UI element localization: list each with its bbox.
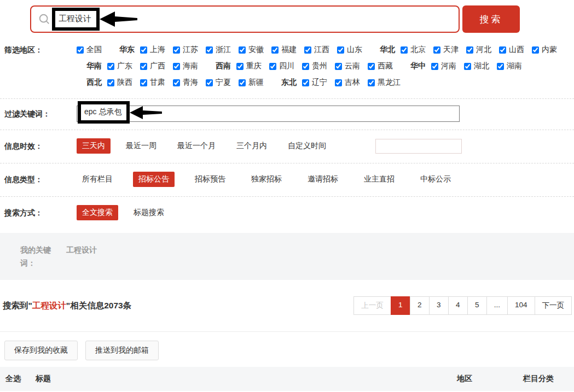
region-checkbox-input[interactable] bbox=[368, 79, 375, 86]
type-filter-option[interactable]: 独家招标 bbox=[246, 172, 287, 187]
region-checkbox[interactable]: 新疆 bbox=[239, 78, 264, 87]
region-checkbox-label: 山东 bbox=[347, 45, 362, 55]
region-checkbox[interactable]: 天津 bbox=[433, 45, 459, 55]
search-icon bbox=[38, 13, 50, 25]
region-checkbox-input[interactable] bbox=[497, 63, 504, 70]
method-filter-option[interactable]: 标题搜索 bbox=[128, 205, 170, 220]
region-checkbox-input[interactable] bbox=[337, 46, 344, 54]
region-checkbox-input[interactable] bbox=[173, 46, 180, 54]
region-checkbox-input[interactable] bbox=[206, 46, 213, 54]
region-checkbox[interactable]: 上海 bbox=[140, 45, 165, 55]
region-checkbox-input[interactable] bbox=[236, 63, 243, 70]
time-filter-option[interactable]: 最近一个月 bbox=[172, 138, 221, 154]
my-keyword-item[interactable]: 工程设计 bbox=[66, 243, 97, 280]
region-checkbox[interactable]: 云南 bbox=[335, 61, 360, 71]
region-checkbox[interactable]: 宁夏 bbox=[206, 78, 231, 87]
region-checkbox-input[interactable] bbox=[140, 79, 147, 86]
region-checkbox[interactable]: 湖北 bbox=[464, 61, 489, 71]
region-checkbox[interactable]: 全国 bbox=[77, 45, 102, 55]
pagination-item[interactable]: 1 bbox=[391, 296, 410, 315]
region-checkbox-input[interactable] bbox=[335, 63, 342, 70]
pagination-item[interactable]: 4 bbox=[448, 296, 468, 315]
region-checkbox-input[interactable] bbox=[466, 46, 473, 54]
region-checkbox[interactable]: 西藏 bbox=[368, 61, 393, 71]
type-filter-option[interactable]: 招标预告 bbox=[189, 172, 231, 187]
save-to-favorites-button[interactable]: 保存到我的收藏 bbox=[4, 341, 78, 360]
region-checkbox[interactable]: 江西 bbox=[304, 45, 329, 55]
region-checkbox-input[interactable] bbox=[173, 63, 180, 70]
region-checkbox[interactable]: 广东 bbox=[107, 61, 132, 71]
time-filter-option[interactable]: 三个月内 bbox=[231, 138, 272, 154]
type-filter-option[interactable]: 所有栏目 bbox=[77, 172, 118, 187]
region-checkbox-input[interactable] bbox=[173, 79, 180, 86]
region-checkbox-input[interactable] bbox=[368, 63, 375, 70]
region-checkbox-input[interactable] bbox=[140, 63, 147, 70]
pagination-item[interactable]: 2 bbox=[410, 296, 430, 315]
region-checkbox[interactable]: 安徽 bbox=[239, 45, 264, 55]
region-checkbox-input[interactable] bbox=[107, 63, 114, 70]
type-filter-option[interactable]: 邀请招标 bbox=[302, 172, 344, 187]
time-filter-option[interactable]: 三天内 bbox=[77, 138, 111, 154]
region-checkbox-input[interactable] bbox=[269, 63, 276, 70]
region-checkbox[interactable]: 山东 bbox=[337, 45, 362, 55]
pagination-item[interactable]: 104 bbox=[507, 296, 535, 315]
region-checkbox-input[interactable] bbox=[304, 46, 311, 54]
region-checkbox[interactable]: 福建 bbox=[271, 45, 297, 55]
region-checkbox-input[interactable] bbox=[271, 46, 279, 54]
region-checkbox[interactable]: 广西 bbox=[140, 61, 165, 71]
region-checkbox-input[interactable] bbox=[431, 63, 438, 70]
region-checkbox[interactable]: 海南 bbox=[173, 61, 198, 71]
pagination-item[interactable]: 5 bbox=[467, 296, 487, 315]
search-button[interactable]: 搜索 bbox=[462, 5, 520, 33]
pagination-item[interactable]: 下一页 bbox=[535, 296, 572, 315]
pagination-item[interactable]: 上一页 bbox=[353, 296, 391, 315]
custom-time-input[interactable] bbox=[375, 139, 462, 154]
region-checkbox[interactable]: 吉林 bbox=[335, 78, 360, 87]
region-checkbox-input[interactable] bbox=[107, 79, 114, 86]
region-checkbox[interactable]: 浙江 bbox=[206, 45, 231, 55]
region-checkbox[interactable]: 黑龙江 bbox=[368, 78, 401, 87]
region-checkbox-input[interactable] bbox=[532, 46, 539, 54]
time-filter-option[interactable]: 自定义时间 bbox=[282, 138, 332, 154]
pagination-item[interactable]: ... bbox=[486, 296, 508, 315]
region-checkbox[interactable]: 湖南 bbox=[497, 61, 522, 71]
region-checkbox[interactable]: 河北 bbox=[466, 45, 491, 55]
region-checkbox-input[interactable] bbox=[239, 46, 246, 54]
my-keywords-band: 我的关键词： 工程设计 bbox=[0, 233, 574, 280]
region-checkbox-input[interactable] bbox=[206, 79, 213, 86]
region-checkbox-input[interactable] bbox=[433, 46, 440, 54]
method-filter-option[interactable]: 全文搜索 bbox=[77, 205, 118, 220]
region-checkbox-input[interactable] bbox=[464, 63, 471, 70]
region-checkbox[interactable]: 甘肃 bbox=[140, 78, 165, 87]
search-input-box[interactable]: 工程设计 bbox=[30, 5, 460, 33]
region-checkbox-input[interactable] bbox=[140, 46, 147, 54]
region-checkbox[interactable]: 山西 bbox=[499, 45, 524, 55]
select-all-header[interactable]: 全选 bbox=[5, 374, 36, 384]
region-checkbox[interactable]: 辽宁 bbox=[302, 78, 327, 87]
push-to-email-button[interactable]: 推送到我的邮箱 bbox=[85, 341, 159, 360]
region-checkbox[interactable]: 河南 bbox=[431, 61, 456, 71]
type-filter-option[interactable]: 中标公示 bbox=[415, 172, 456, 187]
method-filter-options: 全文搜索 标题搜索 bbox=[77, 205, 170, 220]
region-checkbox[interactable]: 北京 bbox=[401, 45, 426, 55]
region-checkbox[interactable]: 贵州 bbox=[302, 61, 327, 71]
pagination-item[interactable]: 3 bbox=[429, 296, 449, 315]
region-checkbox[interactable]: 内蒙 bbox=[532, 45, 557, 55]
region-checkbox-input[interactable] bbox=[499, 46, 506, 54]
region-checkbox[interactable]: 重庆 bbox=[236, 61, 262, 71]
region-checkbox-input[interactable] bbox=[302, 63, 309, 70]
type-filter-option[interactable]: 业主直招 bbox=[358, 172, 400, 187]
region-checkbox[interactable]: 四川 bbox=[269, 61, 294, 71]
region-checkbox-input[interactable] bbox=[335, 79, 342, 86]
region-checkbox[interactable]: 江苏 bbox=[173, 45, 198, 55]
region-checkbox[interactable]: 青海 bbox=[173, 78, 198, 87]
type-filter-option[interactable]: 招标公告 bbox=[133, 172, 175, 187]
region-checkbox-input[interactable] bbox=[239, 79, 246, 86]
region-checkbox-input[interactable] bbox=[401, 46, 408, 54]
region-checkbox[interactable]: 陕西 bbox=[107, 78, 132, 87]
time-filter-section: 信息时效： 三天内 最近一周 最近一个月 三个月内 自定义时间 bbox=[0, 130, 574, 163]
search-input[interactable] bbox=[138, 11, 459, 27]
time-filter-option[interactable]: 最近一周 bbox=[120, 138, 162, 154]
region-checkbox-input[interactable] bbox=[302, 79, 309, 86]
region-checkbox-input[interactable] bbox=[77, 46, 84, 54]
